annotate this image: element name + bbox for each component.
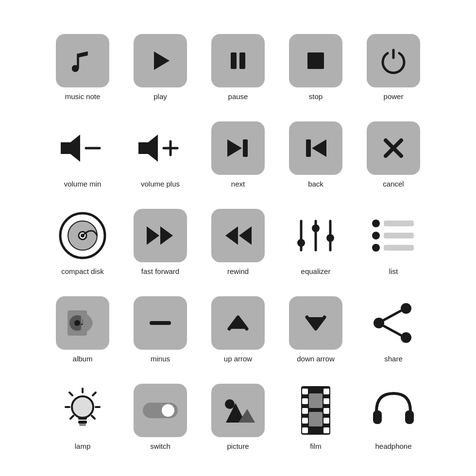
svg-marker-20 bbox=[160, 226, 173, 245]
svg-marker-11 bbox=[312, 139, 326, 157]
svg-rect-1 bbox=[231, 52, 237, 69]
up-arrow-label: up arrow bbox=[224, 355, 252, 363]
svg-point-40 bbox=[401, 303, 411, 314]
share-label: share bbox=[384, 355, 403, 363]
svg-point-26 bbox=[297, 239, 305, 247]
svg-rect-3 bbox=[307, 52, 324, 69]
svg-rect-68 bbox=[323, 398, 329, 404]
icon-cell-compact-disk: compact disk bbox=[44, 197, 121, 279]
svg-rect-12 bbox=[306, 139, 311, 157]
svg-marker-9 bbox=[227, 139, 242, 157]
icon-cell-back: back bbox=[277, 109, 355, 192]
back-label: back bbox=[308, 180, 323, 188]
svg-rect-30 bbox=[384, 221, 414, 226]
switch-label: switch bbox=[150, 442, 170, 450]
svg-point-57 bbox=[162, 404, 174, 417]
share-icon bbox=[367, 296, 420, 350]
icon-cell-play: play bbox=[121, 22, 199, 104]
svg-rect-47 bbox=[78, 421, 87, 424]
svg-point-45 bbox=[72, 396, 93, 418]
svg-rect-64 bbox=[302, 408, 308, 414]
pause-label: pause bbox=[228, 92, 248, 101]
album-label: album bbox=[73, 355, 93, 363]
volume-plus-icon bbox=[134, 121, 187, 175]
icon-cell-switch: switch bbox=[121, 372, 199, 454]
list-label: list bbox=[389, 267, 398, 275]
svg-point-18 bbox=[81, 234, 85, 238]
svg-rect-34 bbox=[384, 245, 414, 251]
compact-disk-icon bbox=[56, 209, 109, 262]
svg-rect-32 bbox=[384, 233, 414, 238]
equalizer-label: equalizer bbox=[301, 267, 331, 275]
picture-icon bbox=[211, 384, 265, 437]
headphone-icon bbox=[367, 384, 420, 437]
back-icon bbox=[289, 121, 342, 175]
icon-cell-list: list bbox=[355, 197, 432, 279]
volume-min-label: volume min bbox=[64, 180, 102, 188]
icon-cell-album: ♩ album bbox=[44, 284, 121, 367]
next-icon bbox=[211, 121, 265, 175]
power-label: power bbox=[384, 92, 404, 101]
icon-cell-pause: pause bbox=[199, 22, 277, 104]
icon-cell-cancel: cancel bbox=[355, 109, 432, 192]
album-icon: ♩ bbox=[56, 296, 109, 350]
icon-cell-down-arrow: down arrow bbox=[277, 284, 355, 367]
icon-cell-share: share bbox=[355, 284, 432, 367]
svg-marker-4 bbox=[61, 135, 80, 162]
svg-marker-6 bbox=[138, 135, 158, 162]
svg-rect-2 bbox=[239, 52, 245, 69]
film-icon bbox=[289, 384, 342, 437]
lamp-label: lamp bbox=[75, 442, 91, 450]
lamp-icon bbox=[56, 384, 109, 437]
down-arrow-icon bbox=[289, 296, 342, 350]
svg-marker-19 bbox=[147, 226, 159, 245]
minus-icon bbox=[134, 296, 187, 350]
icon-cell-film: film bbox=[277, 372, 355, 454]
svg-rect-63 bbox=[302, 398, 308, 404]
pause-icon bbox=[211, 34, 265, 87]
svg-line-43 bbox=[384, 311, 401, 320]
fast-forward-label: fast forward bbox=[141, 267, 179, 275]
icon-cell-rewind: rewind bbox=[199, 197, 277, 279]
icon-cell-equalizer: equalizer bbox=[277, 197, 355, 279]
svg-rect-74 bbox=[373, 410, 382, 424]
play-icon bbox=[134, 34, 187, 87]
svg-rect-46 bbox=[78, 417, 87, 420]
rewind-icon bbox=[211, 209, 265, 262]
icon-grid: music note play pause stop bbox=[44, 19, 432, 457]
svg-rect-48 bbox=[79, 424, 86, 426]
icon-cell-picture: picture bbox=[199, 372, 277, 454]
svg-line-51 bbox=[69, 392, 72, 395]
svg-rect-65 bbox=[302, 418, 308, 424]
svg-point-33 bbox=[372, 244, 380, 252]
icon-cell-headphone: headphone bbox=[355, 372, 432, 454]
headphone-label: headphone bbox=[375, 442, 411, 450]
stop-label: stop bbox=[309, 92, 323, 101]
film-label: film bbox=[310, 442, 321, 450]
music-note-icon bbox=[56, 34, 109, 87]
svg-point-29 bbox=[372, 220, 380, 227]
up-arrow-icon bbox=[211, 296, 265, 350]
icon-cell-next: next bbox=[199, 109, 277, 192]
svg-line-44 bbox=[384, 326, 401, 335]
svg-rect-70 bbox=[323, 418, 329, 424]
equalizer-icon bbox=[289, 209, 342, 262]
cancel-icon bbox=[367, 121, 420, 175]
svg-point-28 bbox=[326, 234, 334, 242]
svg-marker-21 bbox=[239, 226, 252, 245]
power-icon bbox=[367, 34, 420, 87]
icon-cell-up-arrow: up arrow bbox=[199, 284, 277, 367]
svg-point-31 bbox=[372, 232, 380, 239]
volume-min-icon bbox=[56, 121, 109, 175]
music-note-label: music note bbox=[65, 92, 101, 101]
svg-point-60 bbox=[225, 399, 235, 409]
fast-forward-icon bbox=[134, 209, 187, 262]
svg-rect-75 bbox=[405, 410, 414, 424]
svg-rect-10 bbox=[243, 139, 248, 157]
play-label: play bbox=[153, 92, 167, 101]
icon-cell-volume-plus: volume plus bbox=[121, 109, 199, 192]
icon-cell-power: power bbox=[355, 22, 432, 104]
switch-icon bbox=[134, 384, 187, 437]
svg-rect-73 bbox=[309, 412, 323, 426]
svg-point-27 bbox=[312, 224, 320, 232]
